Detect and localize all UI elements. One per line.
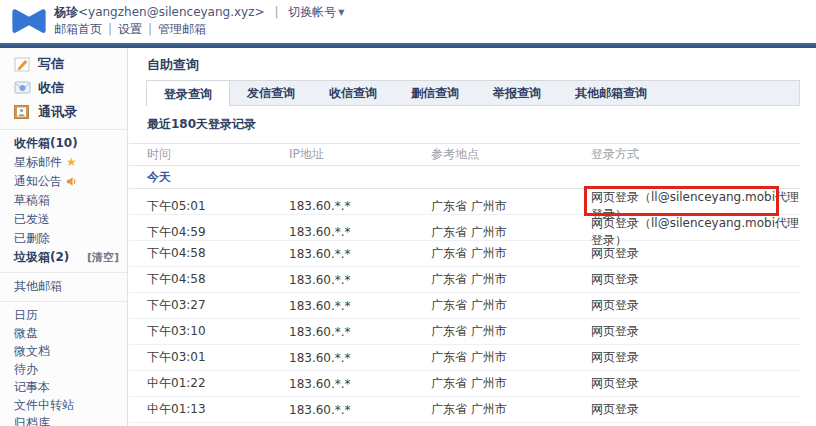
table-row[interactable]: 下午04:58183.60.*.*广东省 广州市网页登录 (129, 267, 800, 293)
location-cell: 广东省 广州市 (431, 245, 591, 262)
header-link[interactable]: 设置 (118, 22, 142, 36)
sidebar-folder[interactable]: 通知公告 (0, 172, 127, 191)
column-header: IP地址 (289, 146, 431, 163)
sidebar-app-item[interactable]: 微盘 (0, 324, 127, 342)
empty-trash-link[interactable]: [清空] (87, 248, 119, 267)
sidebar-folders: 收件箱(10)星标邮件★通知公告草稿箱已发送已删除垃圾箱(2)[清空] (0, 134, 127, 267)
switch-account-link[interactable]: 切换帐号 (288, 5, 336, 19)
table-header-row: 时间IP地址参考地点登录方式 (129, 143, 800, 166)
table-row[interactable]: 下午04:59183.60.*.*广东省 广州市网页登录（ll@silencey… (129, 215, 800, 241)
method-cell: 网页登录 (591, 349, 800, 366)
sidebar-folder[interactable]: 已删除 (0, 229, 127, 248)
contacts-icon (14, 105, 31, 120)
column-header: 时间 (147, 146, 289, 163)
webmail-page: 杨珍<yangzhen@silenceyang.xyz> | 切换帐号▼ 邮箱首… (0, 0, 816, 426)
table-row[interactable]: 下午03:10183.60.*.*广东省 广州市网页登录 (129, 319, 800, 345)
ip-cell: 183.60.*.* (289, 325, 431, 339)
tab[interactable]: 其他邮箱查询 (558, 81, 664, 105)
time-cell: 下午04:59 (147, 224, 289, 241)
method-cell: 网页登录（ll@silenceyang.mobi代理登录） (591, 215, 800, 249)
ip-cell: 183.60.*.* (289, 299, 431, 313)
column-header: 登录方式 (591, 146, 800, 163)
sidebar-item-label: 其他邮箱 (14, 277, 62, 296)
sidebar: 写信收信通讯录 收件箱(10)星标邮件★通知公告草稿箱已发送已删除垃圾箱(2)[… (0, 48, 128, 426)
time-cell: 下午03:27 (147, 297, 289, 314)
chevron-down-icon[interactable]: ▼ (338, 4, 344, 21)
table-row[interactable]: 下午04:58183.60.*.*广东省 广州市网页登录 (129, 241, 800, 267)
sidebar-app-item[interactable]: 文件中转站 (0, 396, 127, 414)
tab[interactable]: 登录查询 (146, 80, 230, 106)
mail-logo-icon[interactable] (10, 6, 48, 36)
table-row[interactable]: 中午01:22183.60.*.*广东省 广州市网页登录 (129, 371, 800, 397)
table-row[interactable]: 中午01:13183.60.*.*广东省 广州市网页登录 (129, 397, 800, 423)
sidebar-folder-label: 通知公告 (14, 172, 62, 191)
section-title: 最近180天登录记录 (129, 106, 816, 143)
compose-icon (14, 57, 31, 72)
sidebar-app-item[interactable]: 待办 (0, 360, 127, 378)
sidebar-action[interactable]: 写信 (0, 52, 127, 76)
sidebar-folder-label: 垃圾箱(2) (14, 248, 69, 267)
ip-cell: 183.60.*.* (289, 199, 431, 213)
header-link[interactable]: 邮箱首页 (54, 22, 102, 36)
sidebar-folder[interactable]: 收件箱(10) (0, 134, 127, 153)
time-cell: 中午01:22 (147, 375, 289, 392)
location-cell: 广东省 广州市 (431, 323, 591, 340)
ip-cell: 183.60.*.* (289, 351, 431, 365)
sidebar-action-label: 收信 (38, 79, 64, 97)
location-cell: 广东省 广州市 (431, 224, 591, 241)
ip-cell: 183.60.*.* (289, 377, 431, 391)
sidebar-folder[interactable]: 垃圾箱(2)[清空] (0, 248, 127, 267)
method-cell: 网页登录 (591, 271, 800, 288)
time-cell: 下午05:01 (147, 198, 289, 215)
user-name: 杨珍 (54, 5, 78, 19)
method-cell: 网页登录 (591, 323, 800, 340)
location-cell: 广东省 广州市 (431, 375, 591, 392)
time-cell: 下午03:01 (147, 349, 289, 366)
sidebar-action-label: 通讯录 (38, 103, 77, 121)
header-text: 杨珍<yangzhen@silenceyang.xyz> | 切换帐号▼ 邮箱首… (54, 4, 344, 38)
main-content: 自助查询 登录查询发信查询收信查询删信查询举报查询其他邮箱查询 最近180天登录… (129, 48, 816, 426)
sidebar-folder-label: 收件箱(10) (14, 134, 78, 153)
sidebar-app-item[interactable]: 微文档 (0, 342, 127, 360)
account-line: 杨珍<yangzhen@silenceyang.xyz> | 切换帐号▼ (54, 4, 344, 21)
separator: | (108, 22, 112, 36)
inbox-mail-icon (14, 81, 31, 96)
time-cell: 下午03:10 (147, 323, 289, 340)
user-email: <yangzhen@silenceyang.xyz> (78, 5, 265, 19)
header-link[interactable]: 管理邮箱 (158, 22, 206, 36)
sidebar-action[interactable]: 收信 (0, 76, 127, 100)
table-row[interactable]: 下午03:27183.60.*.*广东省 广州市网页登录 (129, 293, 800, 319)
sidebar-folder-label: 已删除 (14, 229, 50, 248)
sidebar-app-item[interactable]: 记事本 (0, 378, 127, 396)
sidebar-folder-label: 星标邮件 (14, 153, 62, 172)
table-row[interactable]: 下午05:01183.60.*.*广东省 广州市网页登录（ll@silencey… (129, 189, 800, 215)
method-cell: 网页登录 (591, 375, 800, 392)
page-title: 自助查询 (129, 48, 816, 80)
sidebar-action[interactable]: 通讯录 (0, 100, 127, 124)
sidebar-item-other-mailbox[interactable]: 其他邮箱 (0, 277, 127, 296)
ip-cell: 183.60.*.* (289, 225, 431, 239)
time-cell: 下午04:58 (147, 245, 289, 262)
sidebar-folder[interactable]: 已发送 (0, 210, 127, 229)
tab[interactable]: 举报查询 (476, 81, 558, 105)
table-group-label: 今天 (129, 166, 800, 189)
sidebar-app-item[interactable]: 归档库 (0, 414, 127, 426)
divider (0, 272, 127, 273)
sidebar-apps: 日历微盘微文档待办记事本文件中转站归档库 (0, 306, 127, 426)
location-cell: 广东省 广州市 (431, 401, 591, 418)
separator: | (148, 22, 152, 36)
tabs: 登录查询发信查询收信查询删信查询举报查询其他邮箱查询 (146, 80, 800, 106)
tab[interactable]: 删信查询 (394, 81, 476, 105)
ip-cell: 183.60.*.* (289, 273, 431, 287)
time-cell: 中午01:13 (147, 401, 289, 418)
sidebar-app-item[interactable]: 日历 (0, 306, 127, 324)
divider (0, 301, 127, 302)
tab[interactable]: 发信查询 (230, 81, 312, 105)
tab[interactable]: 收信查询 (312, 81, 394, 105)
method-cell: 网页登录 (591, 245, 800, 262)
table-row[interactable]: 下午03:01183.60.*.*广东省 广州市网页登录 (129, 345, 800, 371)
sidebar-folder[interactable]: 草稿箱 (0, 191, 127, 210)
sidebar-folder[interactable]: 星标邮件★ (0, 153, 127, 172)
ip-cell: 183.60.*.* (289, 403, 431, 417)
method-cell: 网页登录 (591, 401, 800, 418)
